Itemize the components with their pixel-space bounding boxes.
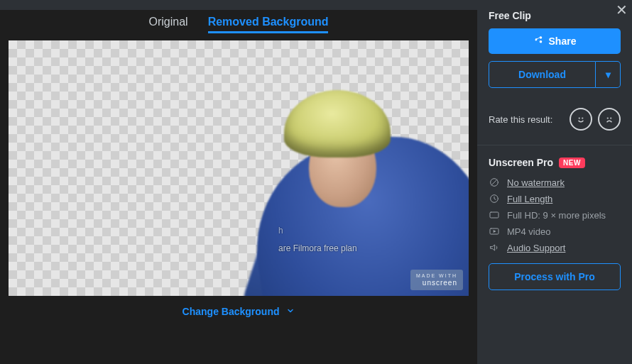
feature-audio: Audio Support (489, 242, 621, 253)
download-row: Download ▾ (489, 61, 621, 88)
caret-down-icon: ▾ (606, 69, 611, 80)
rate-row: Rate this result: (477, 95, 632, 145)
feature-no-watermark: No watermark (489, 177, 621, 188)
svg-point-1 (582, 118, 583, 118)
section-pro: Unscreen Pro NEW No watermark Full Lengt… (477, 145, 632, 300)
rate-happy-button[interactable] (570, 108, 592, 131)
close-icon[interactable]: ✕ (616, 1, 628, 18)
preview-wrap: h are Filmora free plan MADE WITH unscre… (0, 40, 477, 296)
svg-rect-7 (490, 212, 498, 218)
made-with-watermark: MADE WITH unscreen (410, 270, 463, 290)
change-background-button[interactable]: Change Background (0, 296, 477, 327)
preview-canvas[interactable]: h are Filmora free plan MADE WITH unscre… (9, 40, 469, 296)
pro-header: Unscreen Pro NEW (489, 157, 621, 168)
new-badge: NEW (559, 158, 585, 168)
play-icon (489, 226, 500, 237)
chevron-down-icon (286, 306, 295, 317)
feature-full-length: Full Length (489, 193, 621, 204)
feature-audio-label[interactable]: Audio Support (507, 243, 565, 253)
section-free-clip: Free Clip Share Download ▾ (477, 0, 632, 95)
share-button[interactable]: Share (489, 28, 621, 54)
hd-icon (489, 209, 500, 221)
tabs: Original Removed Background (0, 10, 477, 40)
app-root: Original Removed Background h are Filmor… (0, 0, 632, 364)
speaker-icon (489, 242, 500, 253)
share-icon (533, 35, 543, 48)
overlay-text-1: h (278, 226, 283, 236)
svg-point-2 (607, 118, 608, 118)
rate-faces (570, 108, 621, 131)
feature-no-watermark-label[interactable]: No watermark (507, 177, 565, 188)
download-dropdown-button[interactable]: ▾ (596, 61, 621, 88)
download-label: Download (518, 69, 566, 80)
rate-sad-button[interactable] (598, 108, 621, 131)
download-button[interactable]: Download (489, 61, 596, 88)
overlay-text-2: are Filmora free plan (278, 243, 357, 253)
rate-label: Rate this result: (489, 114, 552, 125)
change-background-label: Change Background (182, 306, 280, 317)
tab-original[interactable]: Original (149, 16, 188, 33)
feature-full-hd: Full HD: 9 × more pixels (489, 209, 621, 221)
feature-full-length-label[interactable]: Full Length (507, 194, 552, 204)
feature-mp4-label: MP4 video (507, 226, 550, 237)
free-clip-title: Free Clip (489, 10, 621, 21)
process-with-pro-button[interactable]: Process with Pro (489, 263, 621, 290)
feature-mp4: MP4 video (489, 226, 621, 237)
process-with-pro-label: Process with Pro (514, 271, 595, 282)
pro-title: Unscreen Pro (489, 157, 553, 168)
clock-icon (489, 193, 500, 204)
svg-line-5 (491, 180, 497, 185)
no-watermark-icon (489, 177, 500, 188)
top-strip (0, 0, 477, 10)
svg-marker-9 (494, 230, 496, 233)
sidebar: ✕ Free Clip Share Download ▾ Rate this r… (477, 0, 632, 364)
svg-point-0 (579, 118, 579, 118)
share-label: Share (549, 35, 577, 47)
svg-point-3 (611, 118, 611, 118)
main-panel: Original Removed Background h are Filmor… (0, 0, 477, 364)
tab-removed-background[interactable]: Removed Background (208, 16, 329, 33)
feature-full-hd-label: Full HD: 9 × more pixels (507, 210, 606, 221)
foreground-cutout (227, 40, 469, 296)
